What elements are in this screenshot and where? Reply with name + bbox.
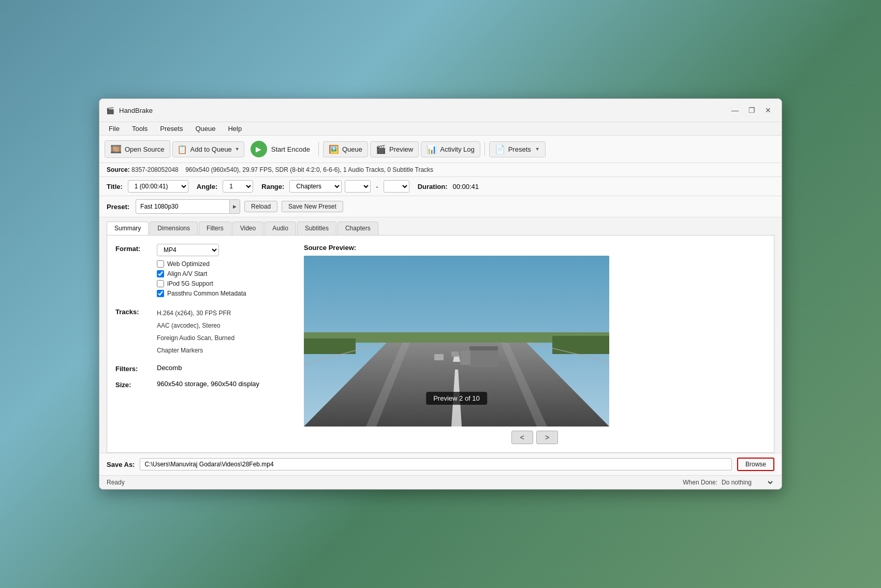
- range-group: Range: Chapters 1 - 1: [261, 180, 409, 193]
- minimize-button[interactable]: —: [728, 103, 742, 117]
- open-source-icon: 🎞️: [110, 143, 122, 155]
- reload-button[interactable]: Reload: [244, 201, 277, 212]
- menu-file[interactable]: File: [104, 123, 125, 134]
- duration-label: Duration:: [418, 183, 448, 190]
- when-done-label: When Done:: [683, 479, 717, 486]
- range-separator: -: [374, 183, 380, 190]
- align-av-checkbox[interactable]: [157, 270, 164, 277]
- menu-queue[interactable]: Queue: [190, 123, 221, 134]
- save-path-input[interactable]: [140, 458, 732, 471]
- menubar: File Tools Presets Queue Help: [99, 122, 782, 136]
- browse-button[interactable]: Browse: [737, 458, 774, 471]
- source-info: 960x540 (960x540), 29.97 FPS, SDR (8-bit…: [185, 166, 433, 173]
- track-3: Foreign Audio Scan, Burned: [157, 332, 234, 344]
- start-encode-label: Start Encode: [271, 145, 310, 153]
- ipod-checkbox[interactable]: [157, 280, 164, 287]
- close-button[interactable]: ✕: [761, 103, 775, 117]
- main-window: 🎬 HandBrake — ❐ ✕ File Tools Presets Que…: [99, 98, 782, 490]
- title-select[interactable]: 1 (00:00:41): [128, 180, 188, 193]
- range-type-select[interactable]: Chapters: [289, 180, 342, 193]
- passthru-row[interactable]: Passthru Common Metadata: [157, 290, 291, 297]
- svg-rect-3: [552, 336, 609, 354]
- ipod-row[interactable]: iPod 5G Support: [157, 280, 291, 287]
- tracks-row: Tracks: H.264 (x264), 30 FPS PFR AAC (av…: [115, 307, 291, 357]
- format-select[interactable]: MP4 MKV WebM: [157, 244, 219, 256]
- add-queue-icon: 📋: [177, 144, 187, 154]
- add-to-queue-label: Add to Queue: [190, 145, 232, 153]
- web-optimized-label: Web Optimized: [167, 260, 210, 268]
- save-row: Save As: Browse: [99, 453, 782, 475]
- angle-group: Angle: 1: [197, 180, 253, 193]
- tab-video[interactable]: Video: [232, 222, 263, 235]
- angle-select[interactable]: 1: [223, 180, 253, 193]
- menu-tools[interactable]: Tools: [127, 123, 153, 134]
- when-done-select[interactable]: Do nothing Shutdown Sleep Logout Quit Ha…: [720, 478, 774, 487]
- save-new-preset-button[interactable]: Save New Preset: [282, 201, 343, 212]
- presets-button[interactable]: 📄 Presets ▼: [489, 141, 546, 157]
- format-value: MP4 MKV WebM Web Optimized Align A/V Sta…: [157, 244, 291, 300]
- tab-chapters[interactable]: Chapters: [337, 222, 378, 235]
- menu-help[interactable]: Help: [223, 123, 247, 134]
- preset-arrow-button[interactable]: ▶: [229, 200, 240, 213]
- ipod-label: iPod 5G Support: [167, 280, 213, 287]
- open-source-label: Open Source: [125, 145, 165, 153]
- toolbar: 🎞️ Open Source 📋 Add to Queue ▼ ▶ Start …: [99, 136, 782, 163]
- tab-subtitles[interactable]: Subtitles: [297, 222, 336, 235]
- size-value: 960x540 storage, 960x540 display: [157, 380, 259, 388]
- web-optimized-checkbox[interactable]: [157, 260, 164, 268]
- tab-filters[interactable]: Filters: [199, 222, 231, 235]
- filters-value: Decomb: [157, 364, 182, 372]
- size-label: Size:: [115, 380, 157, 389]
- filters-label: Filters:: [115, 364, 157, 373]
- tab-audio[interactable]: Audio: [265, 222, 296, 235]
- svg-rect-2: [304, 339, 356, 354]
- tab-dimensions[interactable]: Dimensions: [150, 222, 198, 235]
- presets-label: Presets: [508, 145, 531, 153]
- preview-button[interactable]: 🎬 Preview: [370, 141, 419, 157]
- tab-summary[interactable]: Summary: [107, 222, 149, 235]
- preset-input[interactable]: [136, 201, 229, 212]
- preview-prev-button[interactable]: <: [511, 431, 533, 444]
- queue-button[interactable]: 🖼️ Queue: [323, 141, 368, 157]
- preset-row: Preset: ▶ Reload Save New Preset: [99, 196, 782, 217]
- format-label: Format:: [115, 244, 157, 253]
- start-encode-icon: ▶: [251, 141, 267, 157]
- preset-selector: ▶: [136, 199, 240, 214]
- passthru-label: Passthru Common Metadata: [167, 290, 246, 297]
- range-end-select[interactable]: 1: [384, 180, 409, 193]
- duration-group: Duration: 00:00:41: [418, 183, 479, 190]
- duration-value: 00:00:41: [452, 183, 479, 190]
- track-1: H.264 (x264), 30 FPS PFR: [157, 307, 234, 319]
- svg-rect-10: [460, 350, 471, 365]
- tracks-label: Tracks:: [115, 307, 157, 316]
- presets-icon: 📄: [495, 144, 505, 154]
- track-4: Chapter Markers: [157, 344, 234, 357]
- passthru-checkbox[interactable]: [157, 290, 164, 297]
- left-panel: Format: MP4 MKV WebM Web Optimized: [115, 244, 291, 444]
- activity-log-label: Activity Log: [440, 145, 474, 153]
- web-optimized-row[interactable]: Web Optimized: [157, 260, 291, 268]
- add-to-queue-button[interactable]: 📋 Add to Queue ▼: [172, 141, 244, 157]
- app-icon: 🎬: [106, 106, 115, 115]
- svg-rect-11: [469, 346, 498, 350]
- svg-rect-12: [434, 354, 444, 360]
- maximize-button[interactable]: ❐: [744, 103, 759, 117]
- track-2: AAC (avcodec), Stereo: [157, 319, 234, 332]
- open-source-button[interactable]: 🎞️ Open Source: [105, 140, 170, 158]
- activity-log-button[interactable]: 📊 Activity Log: [421, 141, 480, 157]
- add-queue-dropdown-icon: ▼: [235, 146, 240, 152]
- preview-next-button[interactable]: >: [536, 431, 558, 444]
- preview-controls: < >: [304, 431, 766, 444]
- start-encode-button[interactable]: ▶ Start Encode: [246, 139, 314, 159]
- activity-log-icon: 📊: [427, 144, 437, 154]
- range-start-select[interactable]: 1: [345, 180, 371, 193]
- preview-image: Preview 2 of 10: [304, 256, 609, 427]
- menu-presets[interactable]: Presets: [155, 123, 188, 134]
- queue-icon: 🖼️: [329, 144, 339, 154]
- preview-overlay: Preview 2 of 10: [426, 392, 487, 405]
- align-av-row[interactable]: Align A/V Start: [157, 270, 291, 277]
- source-label: Source:: [107, 166, 130, 173]
- status-text: Ready: [107, 479, 125, 486]
- when-done-group: When Done: Do nothing Shutdown Sleep Log…: [683, 478, 774, 487]
- statusbar: Ready When Done: Do nothing Shutdown Sle…: [99, 475, 782, 489]
